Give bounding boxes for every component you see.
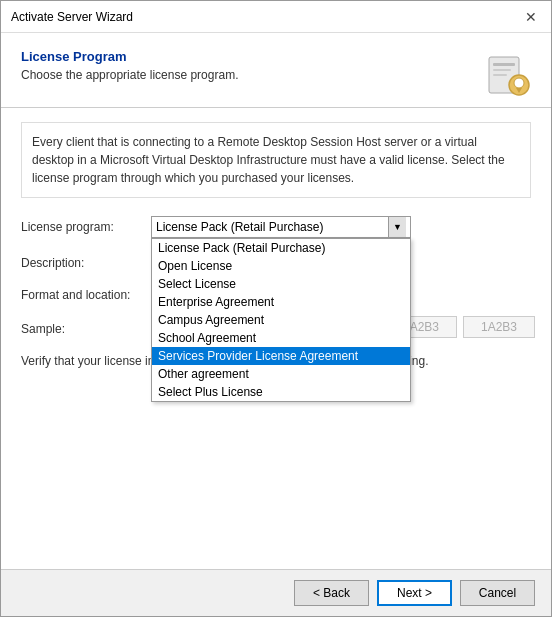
svg-rect-3 — [493, 74, 507, 76]
license-program-row: License program: License Pack (Retail Pu… — [21, 216, 531, 238]
license-program-label: License program: — [21, 216, 151, 234]
dropdown-item[interactable]: Other agreement — [152, 365, 410, 383]
svg-point-5 — [514, 78, 524, 88]
dropdown-arrow-icon[interactable]: ▼ — [388, 217, 406, 237]
svg-rect-1 — [493, 63, 515, 66]
back-button[interactable]: < Back — [294, 580, 369, 606]
dropdown-item[interactable]: Campus Agreement — [152, 311, 410, 329]
cancel-button[interactable]: Cancel — [460, 580, 535, 606]
dropdown-item[interactable]: Services Provider License Agreement — [152, 347, 410, 365]
page-title: License Program — [21, 49, 238, 64]
sample-box: 1A2B3 — [463, 316, 535, 338]
dropdown-item[interactable]: Select Plus License — [152, 383, 410, 401]
dropdown-item[interactable]: License Pack (Retail Purchase) — [152, 239, 410, 257]
dropdown-list: License Pack (Retail Purchase)Open Licen… — [151, 238, 411, 402]
dropdown-selected-text: License Pack (Retail Purchase) — [156, 220, 323, 234]
page-subtitle: Choose the appropriate license program. — [21, 68, 238, 82]
svg-rect-2 — [493, 69, 511, 71]
main-content: Every client that is connecting to a Rem… — [1, 108, 551, 569]
wizard-window: Activate Server Wizard ✕ License Program… — [0, 0, 552, 617]
next-button[interactable]: Next > — [377, 580, 452, 606]
header-icon — [483, 49, 531, 97]
close-button[interactable]: ✕ — [521, 7, 541, 27]
dropdown-field[interactable]: License Pack (Retail Purchase) ▼ — [151, 216, 411, 238]
dropdown-item[interactable]: Enterprise Agreement — [152, 293, 410, 311]
intro-description: Every client that is connecting to a Rem… — [21, 122, 531, 198]
dropdown-item[interactable]: School Agreement — [152, 329, 410, 347]
license-icon — [483, 49, 531, 97]
footer: < Back Next > Cancel — [1, 569, 551, 616]
window-title: Activate Server Wizard — [11, 10, 133, 24]
description-label: Description: — [21, 252, 151, 270]
dropdown-item[interactable]: Open License — [152, 257, 410, 275]
license-program-control: License Pack (Retail Purchase) ▼ License… — [151, 216, 531, 238]
format-label: Format and location: — [21, 284, 151, 302]
content-area: License Program Choose the appropriate l… — [1, 33, 551, 616]
sample-label: Sample: — [21, 318, 151, 336]
dropdown-item[interactable]: Select License — [152, 275, 410, 293]
title-bar: Activate Server Wizard ✕ — [1, 1, 551, 33]
license-dropdown[interactable]: License Pack (Retail Purchase) ▼ License… — [151, 216, 411, 238]
header-section: License Program Choose the appropriate l… — [1, 33, 551, 108]
